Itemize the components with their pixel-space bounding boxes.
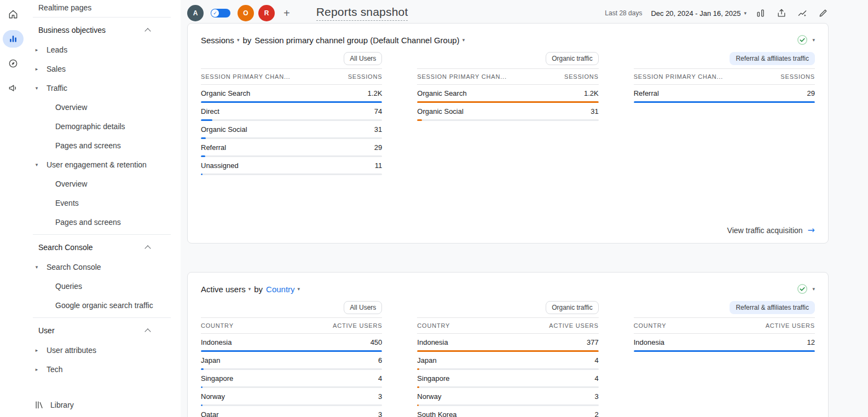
sidebar-subitem[interactable]: Google organic search traffic bbox=[26, 296, 181, 315]
advertising-icon[interactable] bbox=[3, 79, 24, 97]
sidebar-item-label: Tech bbox=[47, 365, 63, 374]
comparison-column-referral-traffic: Referral & affiliates traffic COUNTRY AC… bbox=[634, 301, 815, 417]
table-header: COUNTRY ACTIVE USERS bbox=[634, 317, 815, 334]
sidebar-item-search-console[interactable]: ▾ Search Console bbox=[26, 257, 181, 276]
dimension-column-header: SESSION PRIMARY CHAN... bbox=[201, 73, 290, 80]
metric-value: 2 bbox=[594, 410, 598, 417]
sidebar-subitem[interactable]: Pages and screens bbox=[26, 212, 181, 231]
sidebar-item-user-engagement-retention[interactable]: ▾ User engagement & retention bbox=[26, 155, 181, 174]
dimension-value: Organic Search bbox=[201, 89, 250, 98]
dimension-value: Norway bbox=[201, 392, 225, 401]
row-bar bbox=[417, 119, 422, 121]
metric-column-header: SESSIONS bbox=[564, 73, 599, 80]
table-row: Organic Search 1.2K bbox=[417, 85, 598, 103]
table-row: Organic Search 1.2K bbox=[201, 85, 382, 103]
row-bar bbox=[634, 350, 815, 352]
comparison-chip[interactable]: Organic traffic bbox=[546, 301, 598, 314]
dimension-dropdown[interactable]: Country ▾ bbox=[266, 285, 300, 294]
chevron-up-icon bbox=[144, 28, 151, 34]
metric-value: 31 bbox=[374, 125, 382, 134]
row-bar-track bbox=[201, 173, 382, 175]
date-range-picker[interactable]: Dec 20, 2024 - Jan 16, 2025 ▾ bbox=[651, 9, 747, 18]
sidebar-item-realtime-pages[interactable]: Realtime pages bbox=[26, 1, 181, 14]
comparison-chip[interactable]: Referral & affiliates traffic bbox=[730, 301, 815, 314]
table-header: COUNTRY ACTIVE USERS bbox=[417, 317, 598, 334]
traffic-subitems: Overview Demographic details Pages and s… bbox=[26, 97, 181, 155]
dimension-value: Referral bbox=[201, 143, 226, 152]
metric-label: Sessions bbox=[201, 36, 234, 45]
home-icon[interactable] bbox=[3, 5, 24, 23]
table-header: SESSION PRIMARY CHAN... SESSIONS bbox=[201, 68, 382, 85]
sidebar-section-user[interactable]: User bbox=[26, 321, 181, 340]
explore-icon[interactable] bbox=[3, 55, 24, 72]
metric-column-header: SESSIONS bbox=[348, 73, 383, 80]
comparison-chip[interactable]: All Users bbox=[344, 52, 382, 65]
sidebar-item-traffic[interactable]: ▾ Traffic bbox=[26, 78, 181, 97]
card-options-button[interactable]: ▾ bbox=[796, 34, 815, 46]
comparison-chip[interactable]: Organic traffic bbox=[546, 52, 598, 65]
page-title: Reports snapshot bbox=[316, 5, 408, 21]
compare-icon[interactable] bbox=[755, 8, 766, 19]
sidebar-subitem[interactable]: Events bbox=[26, 193, 181, 212]
chevron-down-icon: ▾ bbox=[462, 38, 465, 43]
comparison-avatar-all-users[interactable]: A bbox=[187, 5, 204, 21]
sidebar-item-user-attributes[interactable]: ▸ User attributes bbox=[26, 340, 181, 360]
metric-dropdown[interactable]: Active users ▾ bbox=[201, 285, 251, 294]
comparison-columns: All Users SESSION PRIMARY CHAN... SESSIO… bbox=[201, 52, 815, 175]
triangle-right-icon: ▸ bbox=[32, 367, 42, 372]
metric-value: 31 bbox=[591, 107, 598, 116]
date-preset-label: Last 28 days bbox=[605, 9, 642, 17]
section-header-label: Business objectives bbox=[38, 26, 106, 34]
share-icon[interactable] bbox=[776, 8, 787, 19]
sidebar-subitem[interactable]: Overview bbox=[26, 174, 181, 193]
comparison-toggle[interactable]: ✓ bbox=[211, 9, 230, 18]
table-row: Singapore 4 bbox=[417, 370, 598, 388]
insights-icon[interactable] bbox=[797, 8, 808, 19]
dimension-column-header: SESSION PRIMARY CHAN... bbox=[634, 73, 723, 80]
sidebar-item-sales[interactable]: ▸ Sales bbox=[26, 59, 181, 78]
dimension-column-header: COUNTRY bbox=[201, 322, 234, 329]
app-icon-rail bbox=[0, 0, 26, 417]
comparison-avatar-organic[interactable]: O bbox=[238, 5, 254, 21]
sidebar-section-search-console[interactable]: Search Console bbox=[26, 238, 181, 257]
sidebar-item-label: Leads bbox=[47, 45, 67, 54]
comparison-chip[interactable]: Referral & affiliates traffic bbox=[730, 52, 815, 65]
metric-value: 74 bbox=[374, 107, 382, 116]
sidebar-subitem[interactable]: Queries bbox=[26, 276, 181, 296]
edit-icon[interactable] bbox=[818, 8, 829, 19]
view-traffic-acquisition-link[interactable]: View traffic acquisition → bbox=[727, 225, 815, 235]
sidebar-item-tech[interactable]: ▸ Tech bbox=[26, 360, 181, 379]
dimension-value: Indonesia bbox=[417, 338, 448, 347]
sidebar-subitem-label: Queries bbox=[55, 282, 82, 291]
table-row: Unassigned 11 bbox=[201, 157, 382, 175]
metric-dropdown[interactable]: Sessions ▾ bbox=[201, 36, 239, 45]
sidebar-item-label: Realtime pages bbox=[38, 3, 91, 12]
dimension-value: Norway bbox=[417, 392, 441, 401]
sidebar-subitem-label: Demographic details bbox=[55, 122, 125, 131]
sidebar-subitem[interactable]: Pages and screens bbox=[26, 136, 181, 155]
comparison-column-organic-traffic: Organic traffic COUNTRY ACTIVE USERS Ind… bbox=[417, 301, 598, 417]
card-header: Sessions ▾ by Session primary channel gr… bbox=[201, 32, 815, 48]
sidebar-subitem[interactable]: Demographic details bbox=[26, 117, 181, 136]
sidebar-subitem[interactable]: Overview bbox=[26, 97, 181, 117]
metric-value: 6 bbox=[378, 356, 382, 365]
date-range-value: Dec 20, 2024 - Jan 16, 2025 bbox=[651, 9, 740, 18]
sidebar-item-library[interactable]: Library bbox=[34, 399, 74, 410]
sidebar-item-leads[interactable]: ▸ Leads bbox=[26, 40, 181, 59]
metric-value: 450 bbox=[371, 338, 383, 347]
table-row: Indonesia 12 bbox=[634, 334, 815, 352]
sidebar-subitem-label: Pages and screens bbox=[55, 141, 121, 150]
dimension-value: Organic Social bbox=[201, 125, 247, 134]
dimension-dropdown[interactable]: Session primary channel group (Default C… bbox=[254, 36, 465, 45]
section-header-label: User bbox=[38, 326, 55, 335]
metric-value: 3 bbox=[594, 392, 598, 401]
sidebar-item-label: User attributes bbox=[47, 346, 96, 355]
add-comparison-icon[interactable]: + bbox=[283, 8, 290, 19]
table-row: Organic Social 31 bbox=[417, 103, 598, 121]
sidebar-section-business-objectives[interactable]: Business objectives bbox=[26, 20, 181, 40]
card-header: Active users ▾ by Country ▾ ▾ bbox=[201, 281, 815, 297]
card-options-button[interactable]: ▾ bbox=[796, 283, 815, 295]
comparison-chip[interactable]: All Users bbox=[344, 301, 382, 314]
reports-icon[interactable] bbox=[3, 30, 24, 48]
comparison-avatar-referral[interactable]: R bbox=[258, 5, 275, 21]
